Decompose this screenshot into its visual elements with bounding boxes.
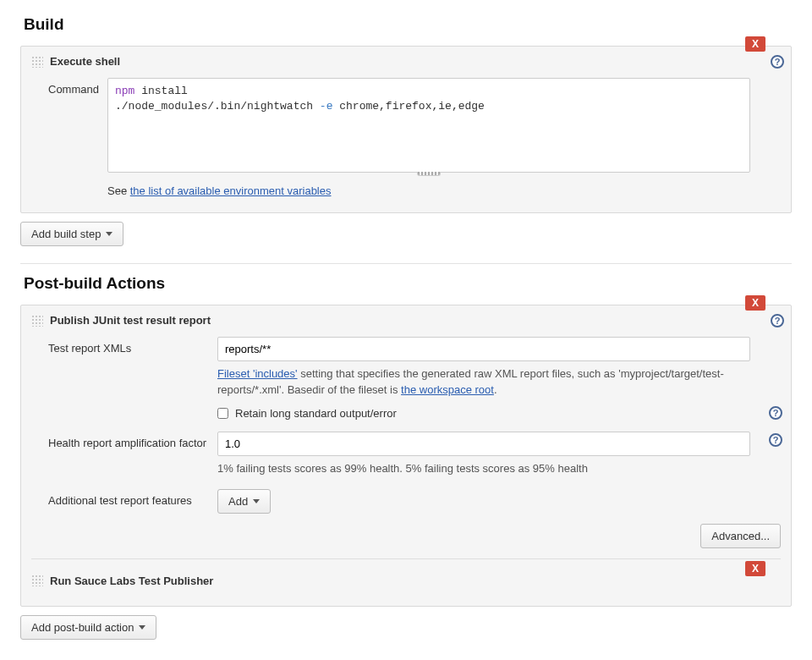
env-vars-link[interactable]: the list of available environment variab… xyxy=(130,184,332,197)
drag-handle-icon[interactable] xyxy=(31,315,43,327)
section-postbuild-heading: Post-build Actions xyxy=(24,274,792,293)
fileset-includes-link[interactable]: Fileset 'includes' xyxy=(217,367,298,380)
command-label: Command xyxy=(48,78,107,96)
amp-factor-label: Health report amplification factor xyxy=(48,432,217,449)
help-icon[interactable]: ? xyxy=(771,314,784,327)
drag-handle-icon[interactable] xyxy=(31,56,43,68)
add-build-step-label: Add build step xyxy=(31,228,101,240)
add-post-build-action-button[interactable]: Add post-build action xyxy=(20,615,156,640)
caret-down-icon xyxy=(253,499,260,503)
section-divider xyxy=(20,263,792,264)
sauce-title: Run Sauce Labs Test Publisher xyxy=(50,575,213,587)
see-prefix: See xyxy=(107,184,130,197)
execute-shell-step: X ? Execute shell Command npm install ./… xyxy=(20,46,792,213)
retain-output-checkbox[interactable] xyxy=(217,408,228,419)
drag-handle-icon[interactable] xyxy=(31,575,43,586)
advanced-button[interactable]: Advanced... xyxy=(700,524,781,548)
amp-factor-input[interactable] xyxy=(217,432,750,456)
help-icon[interactable]: ? xyxy=(771,55,784,69)
test-report-xmls-label: Test report XMLs xyxy=(48,337,217,355)
workspace-root-link[interactable]: the workspace root xyxy=(401,383,494,396)
publish-junit-step: X ? Publish JUnit test result report Tes… xyxy=(20,305,792,607)
resize-handle-icon[interactable] xyxy=(417,172,441,176)
help-icon[interactable]: ? xyxy=(769,406,782,420)
retain-output-label: Retain long standard output/error xyxy=(235,407,397,420)
junit-title: Publish JUnit test result report xyxy=(50,314,211,327)
remove-execute-shell-button[interactable]: X xyxy=(745,36,765,52)
remove-sauce-button[interactable]: X xyxy=(745,561,765,576)
inner-divider xyxy=(31,558,781,559)
execute-shell-title: Execute shell xyxy=(50,55,120,68)
additional-features-label: Additional test report features xyxy=(48,489,217,507)
remove-junit-button[interactable]: X xyxy=(745,295,765,311)
fileset-help-text: Fileset 'includes' setting that specifie… xyxy=(217,366,750,399)
section-build-heading: Build xyxy=(24,15,792,34)
test-report-xmls-input[interactable] xyxy=(217,337,750,361)
command-textarea[interactable]: npm install ./node_modules/.bin/nightwat… xyxy=(107,78,750,173)
add-feature-button[interactable]: Add xyxy=(217,489,271,514)
amp-help-text: 1% failing tests scores as 99% health. 5… xyxy=(217,461,750,477)
add-post-build-label: Add post-build action xyxy=(31,621,134,634)
add-feature-label: Add xyxy=(228,495,248,508)
help-icon[interactable]: ? xyxy=(769,433,782,447)
caret-down-icon xyxy=(139,625,145,630)
caret-down-icon xyxy=(106,232,112,236)
add-build-step-button[interactable]: Add build step xyxy=(20,222,123,246)
